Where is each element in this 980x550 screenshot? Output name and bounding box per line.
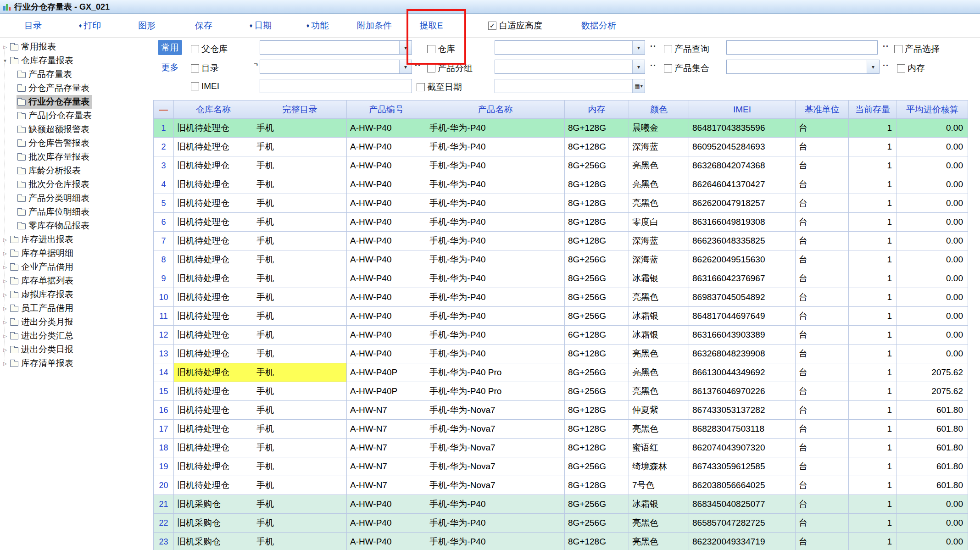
toolbar-extract[interactable]: 提取E	[406, 20, 457, 32]
sidebar-item[interactable]: ▷进出分类月报	[0, 315, 153, 329]
toolbar-extra-conditions[interactable]: 附加条件	[349, 20, 400, 32]
toolbar-print[interactable]: ♦打印	[64, 20, 116, 32]
sidebar-item[interactable]: ▷常用报表	[0, 40, 153, 54]
expand-closed-icon[interactable]: ▷	[1, 278, 9, 283]
col-header-imei[interactable]: IMEI	[689, 100, 796, 119]
table-row[interactable]: 23旧机采购仓手机A-HW-P40手机-华为-P408G+128G亮黑色8623…	[154, 533, 968, 550]
table-row[interactable]: 10旧机待处理仓手机A-HW-P40手机-华为-P408G+256G亮黑色869…	[154, 288, 968, 307]
col-header-avg-cost[interactable]: 平均进价核算	[897, 100, 968, 119]
col-header-warehouse-name[interactable]: 仓库名称	[174, 100, 253, 119]
sidebar-item[interactable]: 产品|分仓存量表	[0, 109, 153, 122]
sidebar-item[interactable]: 库龄分析报表	[0, 164, 153, 178]
col-header-base-unit[interactable]: 基准单位	[796, 100, 849, 119]
catalog-combo[interactable]: ▾	[260, 60, 412, 74]
memory-checkbox[interactable]: 内存	[897, 62, 925, 74]
table-row[interactable]: 18旧机待处理仓手机A-HW-N7手机-华为-Nova78G+128G蜜语红86…	[154, 439, 968, 457]
sidebar-item[interactable]: 分仓产品存量表	[0, 81, 153, 95]
sidebar-item[interactable]: ▷库存进出报表	[0, 233, 153, 246]
expand-open-icon[interactable]: ▼	[1, 58, 9, 63]
end-date-picker[interactable]: ▦▾	[495, 79, 645, 93]
imei-checkbox[interactable]: IMEI	[191, 81, 219, 91]
table-row[interactable]: 6旧机待处理仓手机A-HW-P40手机-华为-P408G+128G零度白8631…	[154, 213, 968, 232]
col-header-current-stock[interactable]: 当前存量	[849, 100, 897, 119]
product-set-checkbox[interactable]: 产品集合	[664, 62, 709, 74]
expand-closed-icon[interactable]: ▷	[1, 306, 9, 311]
sidebar-item[interactable]: ▼仓库存量报表	[0, 54, 153, 67]
sidebar-item[interactable]: 批次库存量报表	[0, 150, 153, 164]
toolbar-functions[interactable]: ♦功能	[292, 20, 343, 32]
sidebar-item[interactable]: ▷库存单据列表	[0, 274, 153, 288]
table-row[interactable]: 13旧机待处理仓手机A-HW-P40手机-华为-P408G+128G亮黑色863…	[154, 344, 968, 363]
product-group-checkbox[interactable]: 产品分组	[427, 62, 473, 74]
product-group-combo[interactable]: ▾	[495, 60, 645, 74]
sidebar-item[interactable]: ▷进出分类汇总	[0, 329, 153, 343]
table-row[interactable]: 2旧机待处理仓手机A-HW-P40手机-华为-P408G+128G深海蓝8609…	[154, 138, 968, 156]
table-row[interactable]: 3旧机待处理仓手机A-HW-P40手机-华为-P408G+256G亮黑色8632…	[154, 156, 968, 175]
expand-closed-icon[interactable]: ▷	[1, 333, 9, 339]
sidebar-item[interactable]: ▷虚拟库存报表	[0, 288, 153, 301]
catalog-checkbox[interactable]: 目录	[191, 62, 219, 74]
product-select-checkbox[interactable]: 产品选择	[894, 43, 940, 55]
table-row[interactable]: 21旧机采购仓手机A-HW-P40手机-华为-P408G+256G冰霜银8683…	[154, 495, 968, 514]
table-row[interactable]: 20旧机待处理仓手机A-HW-N7手机-华为-Nova78G+128G7号色86…	[154, 476, 968, 495]
sidebar-item[interactable]: 批次分仓库报表	[0, 178, 153, 191]
table-row[interactable]: 11旧机待处理仓手机A-HW-P40手机-华为-P408G+256G冰霜银864…	[154, 307, 968, 326]
expand-closed-icon[interactable]: ▷	[1, 361, 9, 366]
expand-closed-icon[interactable]: ▷	[1, 44, 9, 50]
table-row[interactable]: 15旧机待处理仓手机A-HW-P40P手机-华为-P40 Pro8G+256G亮…	[154, 382, 968, 401]
col-header-memory[interactable]: 内存	[565, 100, 629, 119]
parent-warehouse-combo[interactable]: ▾	[260, 40, 412, 55]
expand-closed-icon[interactable]: ▷	[1, 251, 9, 256]
sidebar-item[interactable]: 缺额超额报警表	[0, 122, 153, 136]
col-header-color[interactable]: 颜色	[629, 100, 689, 119]
toolbar-save[interactable]: 保存	[178, 20, 229, 32]
table-row[interactable]: 9旧机待处理仓手机A-HW-P40手机-华为-P408G+256G冰霜银8631…	[154, 269, 968, 288]
table-row[interactable]: 8旧机待处理仓手机A-HW-P40手机-华为-P408G+256G深海蓝8626…	[154, 250, 968, 269]
sidebar-item[interactable]: 产品存量表	[0, 67, 153, 81]
end-date-checkbox[interactable]: 截至日期	[417, 81, 462, 93]
sidebar-item[interactable]: 零库存物品报表	[0, 219, 153, 233]
table-row[interactable]: 4旧机待处理仓手机A-HW-P40手机-华为-P408G+128G亮黑色8626…	[154, 175, 968, 194]
col-header-product-name[interactable]: 产品名称	[426, 100, 565, 119]
sidebar-item[interactable]: ▷库存清单报表	[0, 356, 153, 370]
sidebar-item[interactable]: 分仓库告警报表	[0, 136, 153, 150]
expand-closed-icon[interactable]: ▷	[1, 347, 9, 352]
sidebar-item[interactable]: ▷员工产品借用	[0, 301, 153, 315]
table-row[interactable]: 14旧机待处理仓手机A-HW-P40P手机-华为-P40 Pro8G+256G亮…	[154, 363, 968, 382]
table-row[interactable]: 12旧机待处理仓手机A-HW-P40手机-华为-P406G+128G冰霜银863…	[154, 326, 968, 344]
sidebar-item[interactable]: 产品库位明细表	[0, 205, 153, 219]
warehouse-combo[interactable]: ▾	[495, 40, 645, 55]
product-query-checkbox[interactable]: 产品查询	[664, 43, 709, 55]
table-row[interactable]: 1旧机待处理仓手机A-HW-P40手机-华为-P408G+128G晨曦金8648…	[154, 119, 968, 138]
col-header-row-number[interactable]: —	[154, 100, 174, 119]
expand-closed-icon[interactable]: ▷	[1, 320, 9, 325]
toolbar-catalog[interactable]: 目录	[7, 20, 59, 32]
table-row[interactable]: 7旧机待处理仓手机A-HW-P40手机-华为-P408G+128G深海蓝8662…	[154, 232, 968, 250]
table-row[interactable]: 22旧机采购仓手机A-HW-P40手机-华为-P408G+256G亮黑色8658…	[154, 514, 968, 533]
expand-closed-icon[interactable]: ▷	[1, 237, 9, 242]
table-row[interactable]: 17旧机待处理仓手机A-HW-N7手机-华为-Nova78G+128G亮黑色86…	[154, 420, 968, 439]
common-tab-button[interactable]: 常用	[158, 40, 182, 55]
product-query-input[interactable]	[726, 40, 878, 55]
sidebar-item[interactable]: ▷库存单据明细	[0, 246, 153, 260]
table-row[interactable]: 19旧机待处理仓手机A-HW-N7手机-华为-Nova78G+256G绮境森林8…	[154, 457, 968, 476]
warehouse-checkbox[interactable]: 仓库	[427, 43, 455, 55]
parent-warehouse-checkbox[interactable]: 父仓库	[191, 43, 228, 55]
sidebar-item[interactable]: ▷进出分类日报	[0, 343, 153, 356]
product-set-combo[interactable]: ▾	[726, 60, 880, 74]
auto-height-checkbox[interactable]: ✓ 自适应高度	[488, 20, 542, 32]
table-row[interactable]: 5旧机待处理仓手机A-HW-P40手机-华为-P408G+128G亮黑色8626…	[154, 194, 968, 213]
col-header-full-catalog[interactable]: 完整目录	[253, 100, 347, 119]
expand-closed-icon[interactable]: ▷	[1, 292, 9, 297]
sidebar-item[interactable]: 行业分仓存量表	[0, 95, 153, 109]
toolbar-graph[interactable]: 图形	[121, 20, 173, 32]
imei-input[interactable]	[260, 79, 412, 93]
expand-closed-icon[interactable]: ▷	[1, 265, 9, 270]
table-row[interactable]: 16旧机待处理仓手机A-HW-N7手机-华为-Nova78G+128G仲夏紫86…	[154, 401, 968, 420]
toolbar-data-analysis[interactable]: 数据分析	[581, 20, 616, 32]
sidebar-item[interactable]: 产品分类明细表	[0, 191, 153, 205]
date-picker-button[interactable]: ▦▾	[632, 79, 645, 93]
col-header-product-code[interactable]: 产品编号	[347, 100, 426, 119]
sidebar-item[interactable]: ▷企业产品借用	[0, 260, 153, 274]
toolbar-date[interactable]: ♦日期	[235, 20, 286, 32]
